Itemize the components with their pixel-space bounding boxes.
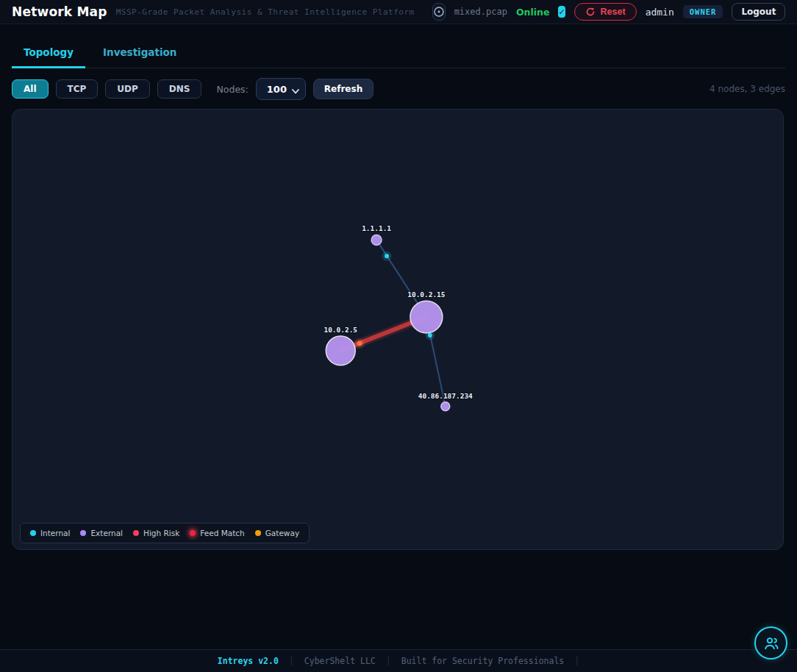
footer-separator: | (574, 656, 579, 666)
legend-item-high-risk: High Risk (133, 529, 179, 537)
nodes-select[interactable]: 100 (256, 78, 306, 100)
footer-brand: Intreys v2.0 (218, 656, 279, 666)
logout-button[interactable]: Logout (732, 3, 785, 21)
app-header: Network Map MSSP-Grade Packet Analysis &… (0, 0, 797, 24)
network-graph-panel[interactable]: 1.1.1.110.0.2.1510.0.2.540.86.187.234 In… (12, 109, 784, 550)
reset-label: Reset (601, 7, 626, 17)
app-subtitle: MSSP-Grade Packet Analysis & Threat Inte… (116, 7, 415, 17)
refresh-button[interactable]: Refresh (313, 79, 374, 99)
graph-node-10.0.2.5[interactable] (326, 336, 355, 365)
role-badge: OWNER (683, 5, 723, 18)
nodes-select-wrap: 100 (256, 78, 306, 100)
protocol-filter-all[interactable]: All (12, 79, 49, 99)
legend-dot (190, 530, 196, 536)
pcap-name: mixed.pcap (454, 7, 507, 17)
online-status-label: Online (516, 7, 549, 18)
packet-dot (385, 254, 389, 258)
legend-dot (133, 530, 139, 536)
online-checkbox[interactable]: ✓ (558, 6, 565, 18)
legend-label: External (90, 529, 123, 537)
tab-topology[interactable]: Topology (12, 43, 85, 68)
footer-company: CyberShelt LLC (304, 656, 376, 666)
legend-item-external: External (80, 529, 123, 537)
legend-item-gateway: Gateway (255, 529, 299, 537)
filter-bar: AllTCPUDPDNS Nodes: 100 Refresh 4 nodes,… (12, 78, 785, 100)
graph-node-label: 10.0.2.5 (324, 326, 357, 334)
protocol-filter-dns[interactable]: DNS (157, 79, 202, 99)
graph-node-label: 10.0.2.15 (407, 290, 446, 299)
app-title: Network Map (12, 4, 107, 19)
users-icon (762, 635, 780, 652)
tab-bar: TopologyInvestigation (12, 43, 785, 68)
tab-investigation[interactable]: Investigation (91, 43, 188, 68)
graph-node-1.1.1.1[interactable] (371, 235, 382, 245)
graph-stats: 4 nodes, 3 edges (710, 84, 785, 94)
nodes-label: Nodes: (216, 84, 248, 95)
reset-button[interactable]: Reset (574, 3, 637, 21)
legend-dot (255, 530, 261, 536)
footer-tagline: Built for Security Professionals (401, 656, 565, 666)
support-button[interactable] (754, 626, 787, 660)
graph-node-label: 1.1.1.1 (362, 224, 391, 232)
username: admin (646, 7, 674, 18)
capture-target-button[interactable] (432, 3, 446, 21)
graph-legend: InternalExternalHigh RiskFeed MatchGatew… (20, 523, 310, 543)
graph-node-10.0.2.15[interactable] (410, 301, 443, 333)
legend-item-feed-match: Feed Match (190, 529, 244, 537)
legend-item-internal: Internal (30, 529, 70, 537)
protocol-filter-tcp[interactable]: TCP (56, 79, 99, 99)
legend-label: Gateway (265, 529, 299, 537)
legend-label: High Risk (143, 529, 179, 537)
graph-node-label: 40.86.187.234 (418, 392, 473, 400)
protocol-filter-group: AllTCPUDPDNS (12, 79, 201, 99)
legend-dot (80, 530, 86, 536)
legend-label: Feed Match (200, 529, 244, 537)
app-footer: Intreys v2.0 | CyberShelt LLC | Built fo… (0, 649, 797, 672)
legend-label: Internal (40, 529, 70, 537)
packet-dot (357, 340, 362, 346)
legend-dot (30, 530, 36, 536)
network-graph-canvas[interactable]: 1.1.1.110.0.2.1510.0.2.540.86.187.234 (12, 110, 783, 549)
protocol-filter-udp[interactable]: UDP (105, 79, 150, 99)
packet-dot (428, 333, 432, 337)
footer-separator: | (386, 656, 391, 666)
graph-node-40.86.187.234[interactable] (441, 402, 450, 411)
target-icon (433, 6, 445, 18)
footer-separator: | (289, 656, 294, 666)
reset-icon (585, 7, 596, 17)
